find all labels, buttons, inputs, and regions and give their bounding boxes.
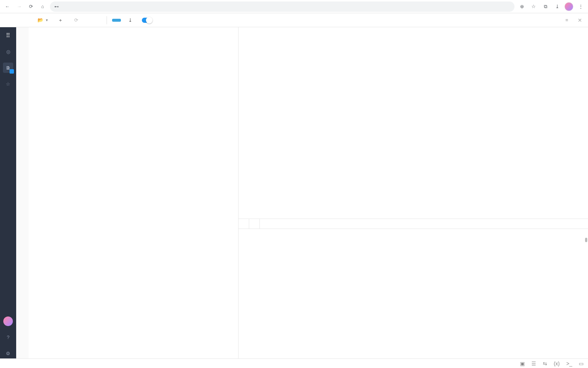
line-gutter [16,27,29,358]
folder-open-icon: 📂 [37,17,43,23]
close-icon[interactable]: ✕ [576,16,584,25]
help-button[interactable] [97,19,101,22]
tree-icon[interactable]: ⇆ [543,361,547,367]
layout-icon[interactable]: ▣ [520,361,525,367]
star-icon[interactable]: ☆ [3,79,13,89]
extensions-icon[interactable]: ⧉ [541,2,550,11]
profile-avatar[interactable] [564,2,573,11]
files-badge [10,69,14,74]
status-bar: ▣ ☰ ⇆ (x) >_ ▭ [0,358,588,368]
save-button[interactable] [112,19,121,22]
chevron-down-icon: ▼ [45,18,49,22]
back-icon[interactable]: ← [3,2,12,11]
bookmark-icon[interactable]: ☆ [529,2,538,11]
tab-facet[interactable] [249,219,260,229]
zoom-icon[interactable]: ⊕ [517,2,526,11]
hamburger-icon[interactable]: ≡ [563,16,570,24]
reload-icon[interactable]: ⟳ [26,2,35,11]
refresh-icon: ⟳ [74,17,78,23]
code-editor[interactable] [16,27,239,358]
code-content[interactable] [29,27,238,358]
menu-icon[interactable]: ⋮ [576,2,585,11]
user-avatar[interactable] [3,316,13,326]
browser-chrome: ← → ⟳ ⌂ ⊷ ⊕ ☆ ⧉ ⤓ ⋮ [0,0,588,13]
tab-multiaxis[interactable] [239,219,249,229]
left-rail: ⠿ ◎ 🗎 ☆ ? ⚙ [0,27,16,358]
app-logo-icon[interactable]: ⠿ [3,30,13,40]
chart-tabs [239,219,588,229]
toggle-switch[interactable] [142,18,152,23]
app-toolbar: 📂▼ ＋ ⟳ ⤓ ≡ ✕ [0,13,588,27]
plus-icon: ＋ [58,17,63,24]
download-icon[interactable]: ⤓ [553,2,562,11]
data-table[interactable] [239,229,588,358]
download-button[interactable]: ⤓ [126,16,135,24]
refresh-button[interactable]: ⟳ [72,16,82,24]
right-panel [239,27,588,358]
console-icon[interactable]: >_ [566,361,572,367]
presentation-icon[interactable]: ▭ [579,361,584,367]
files-icon[interactable]: 🗎 [3,63,13,73]
list-icon[interactable]: ☰ [531,361,536,367]
forward-icon[interactable]: → [15,2,24,11]
site-info-icon[interactable]: ⊷ [54,4,59,9]
open-button[interactable]: 📂▼ [35,16,51,24]
help-rail-icon[interactable]: ? [3,332,13,342]
home-icon[interactable]: ⌂ [38,2,47,11]
variables-icon[interactable]: (x) [554,361,560,367]
main: ⠿ ◎ 🗎 ☆ ? ⚙ [0,27,588,358]
new-button[interactable]: ＋ [56,15,67,25]
download-icon: ⤓ [128,17,132,23]
edit-toggle[interactable] [140,16,156,24]
compass-icon[interactable]: ◎ [3,46,13,57]
charts-grid [239,27,588,219]
table-scrollbar[interactable] [585,238,587,242]
settings-icon[interactable]: ⚙ [3,348,13,358]
url-bar[interactable]: ⊷ [50,1,514,12]
code-button[interactable] [87,19,92,22]
